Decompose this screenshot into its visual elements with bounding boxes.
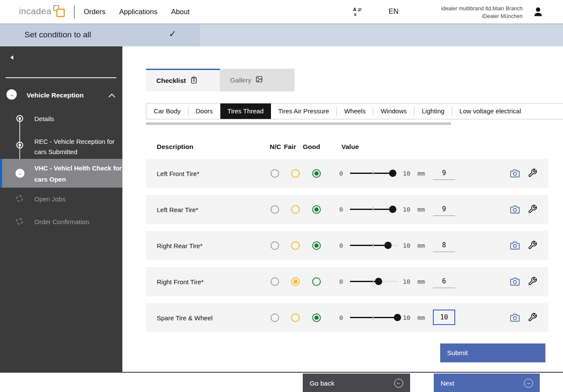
column-header-description: Description bbox=[157, 143, 193, 151]
slider-min-label: 0 bbox=[339, 314, 343, 321]
camera-icon[interactable] bbox=[510, 241, 520, 252]
radio-good[interactable] bbox=[312, 313, 321, 322]
value-slider[interactable] bbox=[350, 245, 397, 246]
value-input[interactable]: 6 bbox=[433, 274, 455, 288]
radio-nc[interactable] bbox=[271, 277, 279, 286]
tab-checklist[interactable]: Checklist bbox=[146, 69, 220, 91]
sidebar-step-label[interactable]: Open Jobs bbox=[34, 194, 125, 204]
wrench-icon[interactable] bbox=[528, 204, 537, 216]
sidebar-step-active[interactable]: →VHC - Vehicl Helth Check for cars Open bbox=[0, 159, 122, 188]
value-input[interactable]: 9 bbox=[433, 202, 455, 216]
next-label: Next bbox=[441, 380, 454, 387]
user-avatar-icon[interactable] bbox=[532, 6, 544, 18]
slider-unit-label: mm bbox=[417, 242, 425, 249]
step-pending-icon bbox=[16, 218, 23, 225]
slider-fill bbox=[350, 173, 393, 174]
column-header-fair: Fair bbox=[284, 143, 296, 151]
radio-fair[interactable] bbox=[291, 313, 300, 322]
section-arrow-icon: → bbox=[6, 89, 17, 100]
slider-min-label: 0 bbox=[339, 278, 343, 285]
value-slider[interactable] bbox=[350, 317, 397, 318]
value-slider[interactable] bbox=[350, 173, 397, 174]
sidebar-step-label: VHC - Vehicl Helth Check for cars Open bbox=[34, 163, 122, 185]
next-button[interactable]: Next → bbox=[434, 374, 540, 392]
subtab-doors[interactable]: Doors bbox=[189, 103, 220, 119]
wrench-icon[interactable] bbox=[528, 240, 537, 252]
sidebar-step-label[interactable]: Order Confirmation bbox=[34, 217, 125, 227]
bottom-bar: Go back ← Next → bbox=[0, 372, 563, 392]
camera-icon[interactable] bbox=[510, 205, 520, 216]
active-step-stripe bbox=[0, 159, 2, 188]
go-back-button[interactable]: Go back ← bbox=[303, 374, 410, 392]
radio-good[interactable] bbox=[312, 277, 321, 286]
subtab-tires-thread[interactable]: Tires Thread bbox=[220, 103, 271, 119]
slider-unit-label: mm bbox=[417, 278, 425, 285]
value-input[interactable]: 9 bbox=[433, 166, 455, 180]
value-slider[interactable] bbox=[350, 281, 397, 282]
value-slider[interactable] bbox=[350, 209, 397, 210]
slider-thumb[interactable] bbox=[394, 314, 401, 321]
slider-max-label: 10 bbox=[403, 170, 410, 177]
wrench-icon[interactable] bbox=[528, 168, 537, 179]
check-icon[interactable]: ✓ bbox=[169, 29, 177, 39]
radio-nc[interactable] bbox=[271, 169, 279, 178]
radio-nc[interactable] bbox=[271, 241, 279, 250]
subtab-wheels[interactable]: Wheels bbox=[337, 103, 373, 119]
sidebar: → Vehicle Reception DetailsREC - Vehicle… bbox=[0, 46, 122, 373]
value-input[interactable]: 8 bbox=[433, 238, 455, 252]
nav-item-orders[interactable]: Orders bbox=[84, 8, 105, 16]
sidebar-section-title[interactable]: Vehicle Reception bbox=[27, 91, 84, 99]
nav-item-about[interactable]: About bbox=[171, 8, 189, 16]
slider-thumb[interactable] bbox=[375, 278, 382, 285]
nav-item-applications[interactable]: Applications bbox=[119, 8, 157, 16]
sidebar-step-label[interactable]: REC - Vehicle Reception for cars Submitt… bbox=[34, 137, 125, 157]
image-icon bbox=[256, 76, 263, 85]
value-input[interactable]: 10 bbox=[433, 310, 455, 325]
subtab-low-voltage-electrical[interactable]: Low voltage electrical bbox=[452, 103, 528, 119]
slider-thumb[interactable] bbox=[389, 170, 396, 177]
row-description: Spare Tire & Wheel bbox=[157, 314, 213, 322]
clipboard-icon bbox=[190, 76, 198, 85]
radio-good[interactable] bbox=[312, 169, 321, 178]
subtab-lighting[interactable]: Lighting bbox=[414, 103, 452, 119]
sidebar-step-label[interactable]: Details bbox=[34, 114, 125, 124]
header-divider bbox=[74, 6, 75, 18]
slider-min-label: 0 bbox=[339, 206, 343, 213]
radio-nc[interactable] bbox=[271, 205, 279, 214]
svg-text:x: x bbox=[354, 12, 357, 17]
table-row: Left Rear Tire* 0 10 mm 9 bbox=[146, 195, 548, 224]
radio-nc[interactable] bbox=[271, 313, 279, 322]
language-selector[interactable]: EN bbox=[389, 7, 399, 15]
radio-fair[interactable] bbox=[291, 241, 300, 250]
row-description: Right Rear Tire* bbox=[157, 242, 203, 249]
translate-icon[interactable]: A x bbox=[352, 6, 362, 17]
camera-icon[interactable] bbox=[510, 313, 520, 324]
slider-min-label: 0 bbox=[339, 170, 343, 177]
sidebar-separator bbox=[6, 77, 116, 78]
radio-good[interactable] bbox=[312, 205, 321, 214]
slider-thumb[interactable] bbox=[384, 242, 392, 249]
subtab-windows[interactable]: Windows bbox=[373, 103, 414, 119]
subtab-tires-air-pressure[interactable]: Tires Air Pressure bbox=[271, 103, 337, 119]
app-window: incadea OrdersApplicationsAbout A x EN i… bbox=[0, 0, 563, 392]
column-header-value: Value bbox=[341, 143, 359, 151]
wrench-icon[interactable] bbox=[528, 277, 537, 288]
radio-fair[interactable] bbox=[291, 277, 300, 286]
chevron-up-icon[interactable] bbox=[109, 94, 116, 100]
radio-fair[interactable] bbox=[291, 205, 300, 214]
step-done-icon bbox=[16, 142, 23, 149]
camera-icon[interactable] bbox=[510, 169, 520, 180]
camera-icon[interactable] bbox=[510, 277, 520, 288]
go-back-label: Go back bbox=[310, 380, 335, 387]
slider-fill bbox=[350, 281, 378, 282]
sidebar-collapse-icon[interactable] bbox=[10, 55, 13, 60]
top-nav: OrdersApplicationsAbout bbox=[84, 0, 190, 24]
submit-button[interactable]: Submit bbox=[440, 343, 545, 362]
wrench-icon[interactable] bbox=[528, 313, 537, 324]
tab-gallery[interactable]: Gallery bbox=[220, 69, 295, 91]
subtab-car-body[interactable]: Car Body bbox=[146, 103, 188, 119]
radio-good[interactable] bbox=[312, 241, 321, 250]
radio-fair[interactable] bbox=[291, 169, 300, 178]
subtab-scrollbar[interactable] bbox=[146, 122, 451, 125]
slider-thumb[interactable] bbox=[389, 206, 396, 213]
